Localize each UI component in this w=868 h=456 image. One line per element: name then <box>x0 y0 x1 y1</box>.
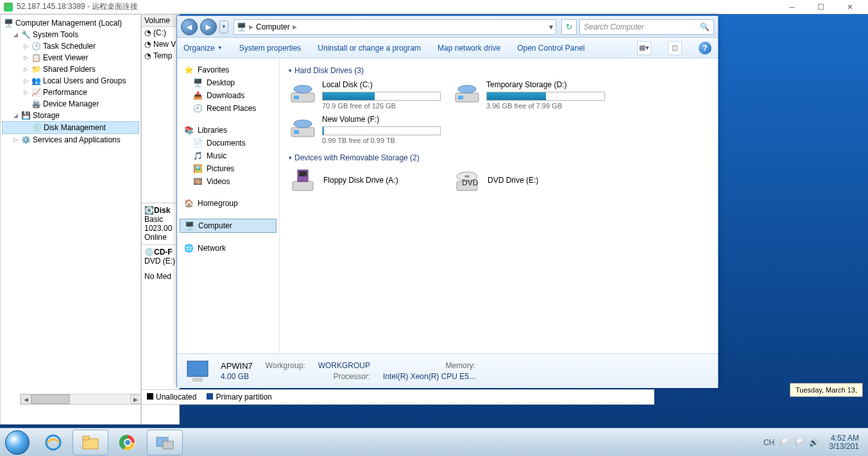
breadcrumb-sep-icon[interactable]: ▶ <box>293 24 297 30</box>
tree-storage[interactable]: ◢💾Storage <box>2 110 139 121</box>
volume-header[interactable]: Volume <box>142 15 179 27</box>
uninstall-button[interactable]: Uninstall or change a program <box>318 44 421 53</box>
favorites-header[interactable]: ⭐Favorites <box>180 63 277 76</box>
tree-shared-folders[interactable]: ▷📁Shared Folders <box>2 63 139 75</box>
tree-task-scheduler[interactable]: ▷🕒Task Scheduler <box>2 40 139 52</box>
horizontal-scrollbar[interactable]: ◀ ▶ <box>20 394 142 405</box>
group-removable[interactable]: ▾Devices with Removable Storage (2) <box>289 153 709 162</box>
command-bar: Organize▼ System properties Uninstall or… <box>177 38 718 58</box>
back-button[interactable]: ◄ <box>181 19 198 35</box>
nav-desktop[interactable]: 🖥️Desktop <box>180 76 277 89</box>
collapse-icon[interactable]: ◢ <box>12 112 19 119</box>
group-hard-disk-drives[interactable]: ▾Hard Disk Drives (3) <box>289 66 709 75</box>
clock[interactable]: 4:52 AM 3/13/201 <box>824 434 864 451</box>
scroll-right-icon[interactable]: ▶ <box>130 394 141 404</box>
downloads-icon: 📥 <box>192 90 203 101</box>
pictures-icon: 🖼️ <box>192 164 203 174</box>
memory-value: 4.00 GB <box>221 372 253 381</box>
preview-pane-button[interactable]: ◫ <box>668 41 682 55</box>
computer-icon: 🖥️ <box>237 22 246 31</box>
device-item[interactable]: Floppy Disk Drive (A:) <box>289 167 443 193</box>
details-name: APWIN7 <box>221 361 253 371</box>
drive-item[interactable]: New Volume (F:) 0.99 TB free of 0.99 TB <box>289 115 443 144</box>
nav-pictures[interactable]: 🖼️Pictures <box>180 162 277 175</box>
collapse-icon[interactable]: ▾ <box>289 155 292 161</box>
tree-system-tools[interactable]: ◢ 🔧 System Tools <box>2 29 139 40</box>
tree-disk-management[interactable]: 💿Disk Management <box>2 121 139 134</box>
action-center-icon[interactable]: 🏳️ <box>794 438 804 447</box>
disk-summary: 💽Disk Basic 1023.00 Online <box>142 203 179 244</box>
taskbar-chrome[interactable] <box>110 430 146 455</box>
view-options-button[interactable]: ▦▾ <box>637 41 651 55</box>
address-bar[interactable]: 🖥️ ▶ Computer ▶ ▾ <box>234 19 556 35</box>
system-properties-button[interactable]: System properties <box>239 44 302 53</box>
svg-point-8 <box>294 120 312 128</box>
drive-icon: ◔ <box>144 51 151 60</box>
usage-bar <box>486 92 605 101</box>
volume-icon[interactable]: 🔊 <box>809 438 819 447</box>
nav-network[interactable]: 🌐Network <box>180 242 277 255</box>
tree-performance[interactable]: ▷📈Performance <box>2 87 139 98</box>
start-button[interactable] <box>0 430 35 455</box>
tree-services-apps[interactable]: ▷⚙️Services and Applications <box>2 134 139 146</box>
expand-icon[interactable]: ▷ <box>22 89 29 96</box>
workgroup-value: WORKGROUP <box>318 361 370 371</box>
expand-icon[interactable]: ▷ <box>22 55 29 61</box>
tree-event-viewer[interactable]: ▷📋Event Viewer <box>2 52 139 63</box>
drive-item[interactable]: Temporary Storage (D:) 3.96 GB free of 7… <box>453 80 607 110</box>
processor-label: Processor: <box>318 372 370 381</box>
expand-icon[interactable]: ▷ <box>12 137 19 143</box>
device-item[interactable]: DVDDVD Drive (E:) <box>453 167 607 193</box>
help-button[interactable]: ? <box>699 42 711 55</box>
history-dropdown[interactable]: ▼ <box>219 21 228 33</box>
control-panel-button[interactable]: Open Control Panel <box>517 44 584 53</box>
nav-downloads[interactable]: 📥Downloads <box>180 89 277 102</box>
nav-music[interactable]: 🎵Music <box>180 149 277 162</box>
nav-videos[interactable]: 🎞️Videos <box>180 175 277 188</box>
taskbar-compmgmt[interactable] <box>147 430 183 455</box>
tree-root[interactable]: 🖥️ Computer Management (Local) <box>2 17 139 29</box>
users-icon: 👥 <box>31 76 41 86</box>
organize-menu[interactable]: Organize▼ <box>183 44 223 53</box>
event-icon: 📋 <box>31 53 41 63</box>
volume-row[interactable]: ◔Temp <box>142 50 179 62</box>
collapse-icon[interactable]: ▾ <box>289 67 292 74</box>
refresh-button[interactable]: ↻ <box>561 19 577 35</box>
taskbar-ie[interactable] <box>35 430 71 455</box>
svg-point-23 <box>124 439 131 446</box>
address-dropdown-icon[interactable]: ▾ <box>549 22 553 31</box>
homegroup-header[interactable]: 🏠Homegroup <box>180 197 277 210</box>
clock-tooltip: Tuesday, March 13, <box>790 383 863 397</box>
language-indicator[interactable]: CH <box>763 438 774 447</box>
nav-recent[interactable]: 🕘Recent Places <box>180 102 277 115</box>
volume-row[interactable]: ◔New V <box>142 38 179 50</box>
collapse-icon[interactable]: ◢ <box>12 31 19 38</box>
volume-row[interactable]: ◔(C:) <box>142 27 179 38</box>
nav-documents[interactable]: 📄Documents <box>180 137 277 149</box>
breadcrumb-computer[interactable]: Computer <box>256 22 290 31</box>
breadcrumb-sep-icon[interactable]: ▶ <box>249 24 253 30</box>
expand-icon[interactable]: ▷ <box>22 66 29 72</box>
taskbar-explorer[interactable] <box>72 430 108 455</box>
scroll-left-icon[interactable]: ◀ <box>21 394 31 404</box>
map-drive-button[interactable]: Map network drive <box>438 44 500 53</box>
tree-local-users[interactable]: ▷👥Local Users and Groups <box>2 75 139 87</box>
minimize-button[interactable]: ─ <box>778 1 806 13</box>
maximize-button[interactable]: ☐ <box>806 1 835 13</box>
expand-icon[interactable]: ▷ <box>22 43 29 49</box>
expand-icon[interactable]: ▷ <box>22 78 29 84</box>
drive-item[interactable]: Local Disk (C:) 70.9 GB free of 126 GB <box>289 80 443 110</box>
device-icon <box>289 167 317 193</box>
close-button[interactable]: ✕ <box>835 1 864 13</box>
search-input[interactable]: Search Computer 🔍 <box>579 19 714 35</box>
svg-rect-16 <box>187 361 208 376</box>
nav-computer[interactable]: 🖥️Computer <box>180 219 277 233</box>
search-icon[interactable]: 🔍 <box>700 22 710 31</box>
search-placeholder: Search Computer <box>584 22 644 31</box>
forward-button[interactable]: ► <box>200 19 217 35</box>
dropdown-icon: ▼ <box>217 45 223 51</box>
scroll-thumb[interactable] <box>31 394 70 404</box>
libraries-header[interactable]: 📚Libraries <box>180 124 277 137</box>
flag-icon[interactable]: 🏳️ <box>779 438 789 447</box>
tree-device-manager[interactable]: 🖨️Device Manager <box>2 98 139 110</box>
